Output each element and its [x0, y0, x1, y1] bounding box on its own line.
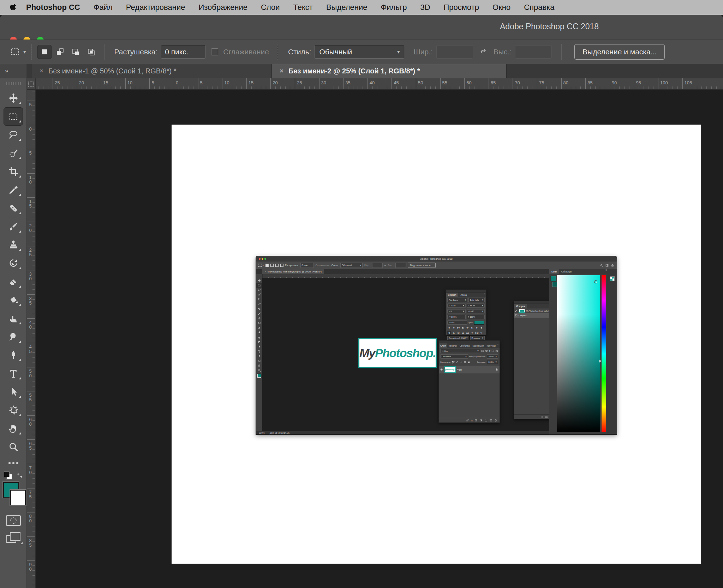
pen-tool[interactable]: [0, 346, 26, 364]
format-button: &: [452, 331, 456, 335]
feather-input[interactable]: 0 пикс.: [161, 45, 205, 59]
move-tool[interactable]: [0, 89, 26, 107]
inner-history-brush-tool: [256, 321, 262, 325]
document-tab-2[interactable]: × Без имени-2 @ 25% (Слой 1, RGB/8*) *: [272, 64, 507, 78]
submenu-triangle-icon: [19, 102, 21, 104]
inner-feather-label: Растушевка:: [285, 264, 299, 266]
layer-lock-icon: [495, 368, 498, 371]
tool-buttons: [0, 89, 26, 456]
delete-layer-icon: [494, 419, 497, 422]
menu-item-file[interactable]: Файл: [87, 3, 119, 12]
inner-document-tab: × MyPhotoshop-final-ballyfon.png @ 200% …: [262, 269, 324, 274]
type-tool[interactable]: [0, 364, 26, 383]
inner-status-bar: 200% Док: 264,9К/264,0К: [256, 431, 549, 434]
crop-tool[interactable]: [0, 162, 26, 181]
ruler-tick: [682, 78, 683, 89]
ruler-origin-box[interactable]: [26, 78, 36, 90]
lasso-tool[interactable]: [0, 126, 26, 144]
submenu-triangle-icon: [19, 120, 21, 122]
select-and-mask-button[interactable]: Выделение и маска...: [574, 44, 665, 60]
search-icon: [600, 264, 603, 267]
antialias-select: Плавное▾: [470, 336, 485, 340]
logo-text: MyPhotoshop.: [359, 346, 436, 360]
inner-style-label: Стиль:: [331, 264, 339, 266]
layer-visibility-eye-icon: [440, 368, 443, 371]
menu-item-image[interactable]: Изображение: [192, 3, 254, 12]
horizontal-ruler[interactable]: 2520151050510152025303540455055606570758…: [35, 78, 723, 90]
background-color-swatch[interactable]: [10, 490, 26, 505]
inner-window-title: Adobe Photoshop CC 2018: [256, 257, 617, 260]
format-button: 1st: [475, 331, 479, 335]
tool-preset-picker[interactable]: ▾: [10, 47, 26, 57]
baseline-shift-field: A 0 пт: [447, 320, 467, 325]
inner-height-input: [395, 263, 406, 268]
dodge-tool[interactable]: [0, 328, 26, 346]
menu-item-3d[interactable]: 3D: [413, 3, 437, 12]
ruler-tick: [246, 78, 247, 89]
menu-item-edit[interactable]: Редактирование: [119, 3, 192, 12]
ruler-label: 40: [28, 320, 32, 329]
feather-label: Растушевка:: [114, 48, 158, 56]
menu-item-type[interactable]: Текст: [287, 3, 319, 12]
path-selection-tool[interactable]: [0, 383, 26, 401]
tools-panel-grip[interactable]: [0, 78, 26, 89]
lock-all-icon: [467, 361, 470, 364]
inner-height-label: Выс.:: [388, 264, 394, 266]
submenu-triangle-icon: [19, 432, 21, 434]
ruler-label: 15: [103, 80, 108, 85]
screen-mode-button[interactable]: [6, 532, 20, 543]
eraser-tool[interactable]: [0, 272, 26, 291]
format-button: T: [452, 326, 456, 330]
horizontal-scale-field: T 100%: [467, 315, 485, 319]
fill-field: 100%▾: [487, 360, 498, 364]
brush-tool[interactable]: [0, 217, 26, 236]
document-tab-1[interactable]: × Без имени-1 @ 50% (Слой 1, RGB/8*) *: [32, 64, 272, 78]
quick-selection-tool[interactable]: [0, 144, 26, 162]
menu-item-window[interactable]: Окно: [486, 3, 517, 12]
new-selection-mode-button[interactable]: [37, 45, 52, 59]
ruler-label: 15: [28, 199, 32, 208]
smudge-tool[interactable]: [0, 309, 26, 328]
clone-stamp-tool[interactable]: [0, 236, 26, 254]
menu-item-layers[interactable]: Слои: [254, 3, 287, 12]
rectangular-marquee-tool[interactable]: [0, 107, 26, 126]
edit-toolbar-button[interactable]: [8, 456, 18, 470]
ligature-buttons-row: fi&stAaaT1st½: [446, 330, 486, 335]
default-colors-button[interactable]: [4, 472, 12, 479]
marquee-preset-icon: [10, 47, 20, 57]
format-buttons-row: TTTTTтT¹T₁TT: [446, 325, 486, 330]
add-selection-icon: [56, 48, 64, 56]
expand-tools-panel-button[interactable]: »: [0, 64, 26, 78]
hand-tool[interactable]: [0, 419, 26, 438]
eyedropper-tool[interactable]: [0, 181, 26, 199]
style-select[interactable]: Обычный ▾: [315, 45, 404, 59]
menu-item-view[interactable]: Просмотр: [437, 3, 486, 12]
panel-title-bar: [514, 301, 555, 304]
vertical-ruler[interactable]: 5051015202530354045505560657075808590: [26, 89, 36, 588]
canvas[interactable]: Adobe Photoshop CC 2018 ▾ Растушевка: 0 …: [172, 125, 701, 564]
menu-item-filter[interactable]: Фильтр: [374, 3, 414, 12]
format-button: T: [475, 326, 479, 330]
close-tab-icon[interactable]: ×: [280, 67, 283, 75]
subtract-from-selection-mode-button[interactable]: [68, 45, 83, 59]
history-brush-tool[interactable]: [0, 254, 26, 272]
zoom-tool[interactable]: [0, 438, 26, 456]
menu-app-name[interactable]: Photoshop CC: [18, 3, 87, 12]
inner-pen-tool: [256, 344, 262, 349]
apple-menu-icon[interactable]: [9, 3, 18, 12]
leading-field: A 85 пт▾: [467, 304, 485, 308]
ruler-tick: [464, 78, 465, 89]
menu-item-help[interactable]: Справка: [517, 3, 561, 12]
swap-colors-button[interactable]: [16, 472, 24, 481]
custom-shape-tool[interactable]: [0, 401, 26, 419]
ruler-label: 5: [28, 151, 32, 155]
add-to-selection-mode-button[interactable]: [53, 45, 67, 59]
paint-bucket-tool[interactable]: [0, 291, 26, 309]
lock-label: Закрепить:: [440, 361, 451, 363]
layers-panel-footer: fx: [439, 418, 500, 422]
healing-brush-tool[interactable]: [0, 199, 26, 217]
close-tab-icon[interactable]: ×: [40, 67, 43, 75]
menu-item-select[interactable]: Выделение: [319, 3, 374, 12]
quick-mask-mode-button[interactable]: [6, 515, 21, 526]
intersect-selection-mode-button[interactable]: [84, 45, 98, 59]
